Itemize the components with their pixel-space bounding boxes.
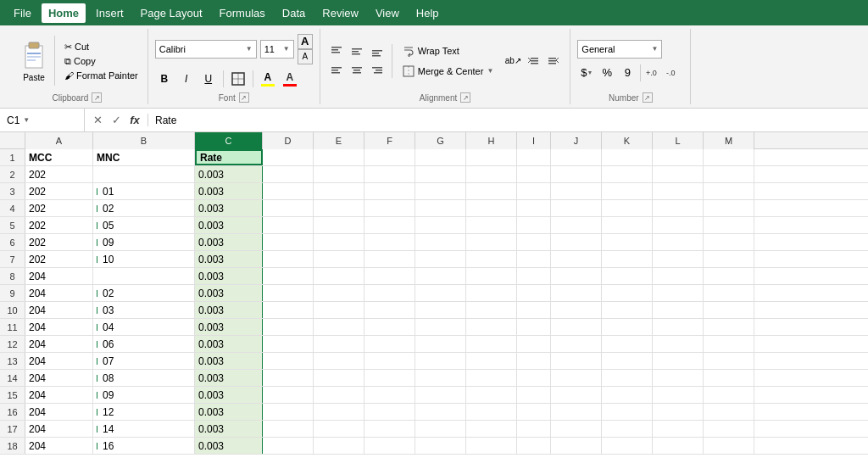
cell-empty[interactable]: [704, 421, 754, 437]
cell-b-15[interactable]: 09: [93, 387, 195, 403]
cell-empty[interactable]: [263, 166, 314, 182]
cell-empty[interactable]: [263, 268, 314, 284]
cell-empty[interactable]: [364, 370, 415, 386]
format-painter-button[interactable]: 🖌 Format Painter: [62, 70, 141, 81]
cell-c-12[interactable]: 0.003: [195, 336, 263, 352]
cell-empty[interactable]: [517, 166, 551, 182]
cell-empty[interactable]: [704, 234, 754, 250]
cell-empty[interactable]: [466, 336, 517, 352]
cell-empty[interactable]: [517, 404, 551, 420]
cell-empty[interactable]: [364, 387, 415, 403]
col-header-j[interactable]: J: [551, 132, 602, 149]
cell-empty[interactable]: [314, 200, 364, 216]
increase-decimal-button[interactable]: +.0: [644, 64, 663, 82]
right-align-button[interactable]: [368, 62, 387, 79]
cell-empty[interactable]: [314, 149, 364, 165]
cell-empty[interactable]: [602, 268, 653, 284]
cell-b-6[interactable]: 09: [93, 234, 195, 250]
cell-c-1[interactable]: Rate: [195, 149, 263, 165]
cell-empty[interactable]: [704, 285, 754, 301]
cell-empty[interactable]: [602, 285, 653, 301]
cell-empty[interactable]: [653, 319, 704, 335]
cell-empty[interactable]: [602, 302, 653, 318]
cell-empty[interactable]: [466, 149, 517, 165]
cell-empty[interactable]: [551, 319, 602, 335]
cell-empty[interactable]: [466, 200, 517, 216]
formula-confirm-button[interactable]: ✓: [108, 114, 124, 126]
cell-empty[interactable]: [704, 183, 754, 199]
cell-empty[interactable]: [314, 404, 364, 420]
cell-empty[interactable]: [704, 200, 754, 216]
cell-empty[interactable]: [314, 319, 364, 335]
col-header-c[interactable]: C: [195, 132, 263, 149]
col-header-h[interactable]: H: [466, 132, 517, 149]
cell-a-16[interactable]: 204: [25, 404, 93, 420]
cell-empty[interactable]: [415, 285, 466, 301]
cell-empty[interactable]: [517, 438, 551, 454]
cell-b-14[interactable]: 08: [93, 370, 195, 386]
cell-empty[interactable]: [602, 217, 653, 233]
cell-c-18[interactable]: 0.003: [195, 438, 263, 454]
cell-empty[interactable]: [263, 336, 314, 352]
cell-a-12[interactable]: 204: [25, 336, 93, 352]
cell-empty[interactable]: [364, 319, 415, 335]
cell-empty[interactable]: [314, 302, 364, 318]
indent-dec-button[interactable]: [544, 53, 563, 70]
cell-empty[interactable]: [314, 353, 364, 369]
cell-empty[interactable]: [602, 404, 653, 420]
cell-b-16[interactable]: 12: [93, 404, 195, 420]
cell-empty[interactable]: [517, 234, 551, 250]
cell-empty[interactable]: [602, 319, 653, 335]
cell-empty[interactable]: [602, 370, 653, 386]
cell-b-11[interactable]: 04: [93, 319, 195, 335]
cell-empty[interactable]: [415, 200, 466, 216]
font-grow-button[interactable]: A: [298, 34, 313, 49]
wrap-text-button[interactable]: Wrap Text: [398, 42, 499, 60]
menu-page-layout[interactable]: Page Layout: [134, 3, 209, 23]
cell-empty[interactable]: [653, 404, 704, 420]
cell-empty[interactable]: [551, 234, 602, 250]
cell-empty[interactable]: [602, 234, 653, 250]
decrease-decimal-button[interactable]: -.0: [665, 64, 683, 82]
cell-a-2[interactable]: 202: [25, 166, 93, 182]
cell-empty[interactable]: [517, 251, 551, 267]
cell-empty[interactable]: [653, 285, 704, 301]
cell-empty[interactable]: [415, 217, 466, 233]
cell-a-11[interactable]: 204: [25, 319, 93, 335]
cell-b-17[interactable]: 14: [93, 421, 195, 437]
cell-empty[interactable]: [364, 285, 415, 301]
cell-empty[interactable]: [602, 149, 653, 165]
cell-empty[interactable]: [551, 268, 602, 284]
middle-align-button[interactable]: [348, 43, 366, 60]
cell-empty[interactable]: [602, 438, 653, 454]
cell-a-14[interactable]: 204: [25, 370, 93, 386]
cell-empty[interactable]: [653, 217, 704, 233]
col-header-f[interactable]: F: [364, 132, 415, 149]
cell-empty[interactable]: [466, 302, 517, 318]
cell-empty[interactable]: [466, 353, 517, 369]
orientation-button[interactable]: ab↗: [504, 53, 522, 70]
cell-empty[interactable]: [551, 353, 602, 369]
cell-empty[interactable]: [364, 302, 415, 318]
cell-empty[interactable]: [263, 200, 314, 216]
cell-b-9[interactable]: 02: [93, 285, 195, 301]
cell-empty[interactable]: [466, 370, 517, 386]
cell-empty[interactable]: [517, 387, 551, 403]
cell-empty[interactable]: [551, 166, 602, 182]
cell-empty[interactable]: [653, 387, 704, 403]
cell-empty[interactable]: [517, 268, 551, 284]
cell-c-2[interactable]: 0.003: [195, 166, 263, 182]
cell-empty[interactable]: [263, 370, 314, 386]
cell-empty[interactable]: [314, 438, 364, 454]
cell-empty[interactable]: [551, 370, 602, 386]
cell-empty[interactable]: [314, 183, 364, 199]
col-header-d[interactable]: D: [263, 132, 314, 149]
cell-empty[interactable]: [466, 421, 517, 437]
cell-empty[interactable]: [415, 149, 466, 165]
cell-empty[interactable]: [704, 217, 754, 233]
cell-empty[interactable]: [364, 421, 415, 437]
cell-empty[interactable]: [704, 302, 754, 318]
cell-empty[interactable]: [263, 302, 314, 318]
bottom-align-button[interactable]: [368, 43, 387, 60]
cell-empty[interactable]: [415, 404, 466, 420]
